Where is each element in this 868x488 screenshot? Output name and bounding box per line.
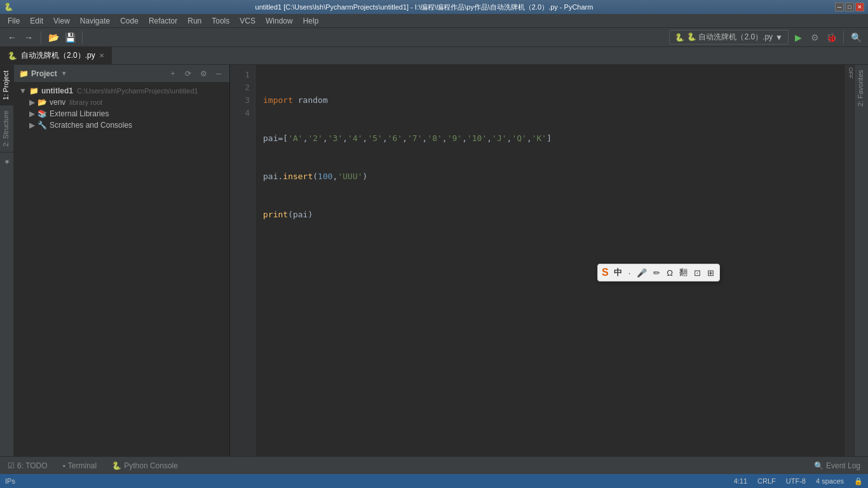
file-tab-main[interactable]: 🐍 自动洗牌机（2.0）.py ✕: [0, 47, 112, 64]
terminal-icon: ▪: [63, 461, 65, 470]
left-sidebar-tabs: 1: Project 2: Structure ★: [0, 65, 14, 456]
sidebar-tab-project[interactable]: 1: Project: [0, 65, 13, 105]
bottom-tab-todo[interactable]: ☑ 6: TODO: [5, 460, 50, 471]
toolbar-back-btn[interactable]: ←: [5, 30, 19, 44]
title-bar-title: untitled1 [C:\Users\lsh\PycharmProjects\…: [13, 3, 835, 12]
s-8: '8': [427, 133, 442, 143]
menu-item-file[interactable]: File: [3, 15, 25, 27]
ime-punct-btn[interactable]: ·: [627, 268, 632, 278]
menu-item-navigate[interactable]: Navigate: [75, 15, 115, 27]
tree-item-scratches[interactable]: ▶ 🔧 Scratches and Consoles: [14, 119, 229, 131]
ime-zh-btn[interactable]: 中: [613, 266, 623, 279]
tree-arrow-venv: ▶: [29, 98, 35, 107]
title-bar-icon: 🐍: [4, 3, 13, 11]
tree-item-venv[interactable]: ▶ 📂 venv library root: [14, 97, 229, 108]
tree-label-scratches: Scratches and Consoles: [50, 121, 132, 130]
cursor-position[interactable]: 4:11: [734, 477, 747, 485]
kw-import-1: import: [263, 95, 293, 105]
menu-item-window[interactable]: Window: [261, 15, 298, 27]
project-minimize-btn[interactable]: ─: [213, 68, 224, 79]
run-config-icon: 🐍: [675, 33, 684, 42]
menu-item-vcs[interactable]: VCS: [234, 15, 261, 27]
project-title: Project: [31, 69, 57, 78]
ime-mic-btn[interactable]: 🎤: [635, 268, 648, 278]
run-button[interactable]: ▶: [791, 30, 805, 44]
menu-item-help[interactable]: Help: [298, 15, 324, 27]
s-7: '7': [407, 133, 422, 143]
menu-item-refactor[interactable]: Refactor: [144, 15, 182, 27]
indent-info[interactable]: 4 spaces: [816, 477, 844, 485]
minimize-button[interactable]: ─: [835, 3, 844, 11]
build-button[interactable]: ⚙: [808, 30, 822, 44]
status-right: 4:11 CRLF UTF-8 4 spaces 🔒: [734, 477, 863, 485]
menu-item-edit[interactable]: Edit: [25, 15, 48, 27]
line-num-3: 3: [230, 94, 250, 107]
s-6: '6': [388, 133, 402, 143]
status-ips-label: IPs: [5, 477, 15, 485]
project-header: 📁 Project ▼ ＋ ⟳ ⚙ ─: [14, 65, 229, 83]
project-add-btn[interactable]: ＋: [167, 68, 179, 79]
func-insert: insert: [283, 172, 313, 181]
line-num-1: 1: [230, 69, 250, 81]
file-tab-icon: 🐍: [8, 51, 17, 60]
line-ending[interactable]: CRLF: [757, 477, 776, 485]
code-line-3: pai.insert(100,'UUU'): [263, 170, 837, 183]
debug-button[interactable]: 🐞: [824, 30, 838, 44]
ime-crop-btn[interactable]: ⊡: [693, 268, 702, 278]
tree-arrow-untitled1: ▼: [19, 86, 27, 95]
menu-item-code[interactable]: Code: [115, 15, 144, 27]
code-content[interactable]: 1 2 3 4 import random pai=['A','2','3','…: [230, 65, 854, 456]
bottom-tab-terminal[interactable]: ▪ Terminal: [60, 460, 100, 471]
toolbar-sep-3: [843, 31, 844, 44]
maximize-button[interactable]: □: [845, 3, 854, 11]
bottom-tab-python-console[interactable]: 🐍 Python Console: [109, 460, 180, 471]
menu-item-view[interactable]: View: [48, 15, 75, 27]
menu-item-run[interactable]: Run: [182, 15, 207, 27]
file-tab-bar: 🐍 自动洗牌机（2.0）.py ✕: [0, 47, 868, 65]
title-bar: 🐍 untitled1 [C:\Users\lsh\PycharmProject…: [0, 0, 868, 14]
everywhere-search-button[interactable]: 🔍: [849, 30, 863, 44]
toolbar-forward-btn[interactable]: →: [22, 30, 36, 44]
sidebar-favorites-tab[interactable]: 2: Favorites: [855, 65, 868, 111]
tree-arrow-scratches: ▶: [29, 121, 35, 130]
ime-grid-btn[interactable]: ⊞: [706, 268, 715, 278]
file-tab-label: 自动洗牌机（2.0）.py: [21, 50, 95, 61]
code-line-4: print(pai): [263, 208, 837, 221]
main-layout: 1: Project 2: Structure ★ 📁 Project ▼ ＋ …: [0, 65, 868, 456]
toolbar-save-btn[interactable]: 💾: [63, 30, 77, 44]
todo-icon: ☑: [8, 461, 15, 470]
s-3: '3': [328, 133, 342, 143]
tree-item-untitled1[interactable]: ▼ 📁 untitled1 C:\Users\lsh\PycharmProjec…: [14, 85, 229, 97]
s-A: 'A': [288, 133, 302, 143]
encoding[interactable]: UTF-8: [786, 477, 806, 485]
project-settings-btn[interactable]: ⚙: [198, 68, 209, 79]
file-tab-close-btn[interactable]: ✕: [99, 52, 104, 59]
run-config-selector[interactable]: 🐍 🐍 自动洗牌机（2.0）.py ▼: [669, 30, 789, 44]
lock-icon: 🔒: [854, 477, 863, 485]
ime-headphone-btn[interactable]: Ω: [665, 268, 674, 278]
sidebar-tab-favorites[interactable]: ★: [0, 152, 13, 171]
python-console-label: Python Console: [124, 461, 178, 470]
project-dropdown-icon[interactable]: ▼: [61, 70, 67, 77]
s-J: 'J': [492, 133, 506, 143]
code-editor[interactable]: import random pai=['A','2','3','4','5','…: [255, 65, 845, 456]
toolbar-sep-1: [41, 31, 41, 44]
project-panel: 📁 Project ▼ ＋ ⟳ ⚙ ─ ▼ 📁 untitled1 C:\Use…: [14, 65, 230, 456]
ime-translate-btn[interactable]: 翻: [678, 266, 689, 279]
right-gutter-label: OFF: [848, 67, 854, 79]
sidebar-tab-structure[interactable]: 2: Structure: [0, 105, 13, 152]
menu-item-tools[interactable]: Tools: [207, 15, 234, 27]
bottom-tab-event-log[interactable]: 🔍 Event Log: [811, 460, 863, 471]
s-5: '5': [367, 133, 382, 143]
tree-item-ext-libs[interactable]: ▶ 📚 External Libraries: [14, 108, 229, 119]
ime-pen-btn[interactable]: ✏: [652, 268, 661, 278]
project-folder-icon: 📁: [19, 69, 29, 78]
project-sync-btn[interactable]: ⟳: [182, 68, 194, 79]
s-UUU: 'UUU': [337, 172, 362, 181]
close-button[interactable]: ✕: [855, 3, 864, 11]
kw-module-1: random: [298, 95, 328, 105]
ime-toolbar: S 中 · 🎤 ✏ Ω 翻 ⊡ ⊞: [597, 264, 720, 281]
menu-bar: FileEditViewNavigateCodeRefactorRunTools…: [0, 14, 868, 28]
toolbar-open-btn[interactable]: 📂: [46, 30, 60, 44]
python-console-icon: 🐍: [112, 461, 121, 470]
